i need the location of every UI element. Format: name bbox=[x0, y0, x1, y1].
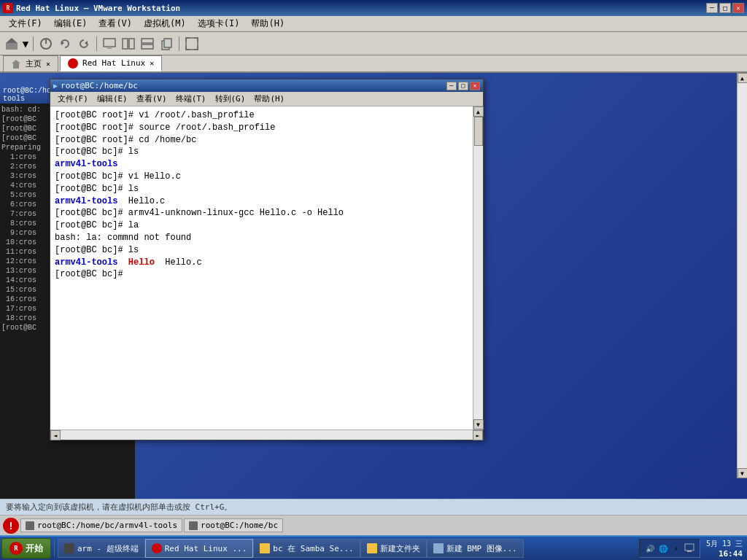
svg-rect-7 bbox=[107, 47, 112, 49]
toolbar: ▼ bbox=[0, 32, 747, 55]
hscroll-right-btn[interactable]: ► bbox=[473, 430, 483, 440]
tabs-bar: 主页 ✕ Red Hat Linux ✕ bbox=[0, 55, 747, 73]
minimize-button[interactable]: ─ bbox=[706, 3, 718, 13]
term-line-5: armv4l-tools bbox=[55, 158, 468, 171]
taskbar-item-bitmap[interactable]: 新建 BMP 图像... bbox=[427, 539, 524, 558]
taskbar-terminal-2[interactable]: root@BC:/home/bc bbox=[184, 518, 283, 532]
toolbar-refresh-btn[interactable] bbox=[75, 35, 93, 52]
terminal-content[interactable]: [root@BC root]# vi /root/.bash_profile [… bbox=[50, 106, 473, 429]
maximize-button[interactable]: □ bbox=[719, 3, 731, 13]
title-bar-buttons: ─ □ ✕ bbox=[706, 3, 744, 13]
inner-menu-view[interactable]: 查看(V) bbox=[132, 93, 171, 105]
toolbar-copy-btn[interactable] bbox=[158, 35, 175, 52]
taskbar-item-samba[interactable]: bc 在 Samba Se... bbox=[253, 539, 360, 558]
scrollbar-track bbox=[738, 83, 747, 468]
inner-title-btns: ─ □ ✕ bbox=[446, 82, 480, 90]
taskbar-item-samba-icon bbox=[260, 543, 270, 553]
vmware-window: R Red Hat Linux — VMware Workstation ─ □… bbox=[0, 0, 747, 560]
main-scrollbar[interactable]: ▲ ▼ bbox=[737, 73, 747, 478]
tab-redhat[interactable]: Red Hat Linux ✕ bbox=[60, 55, 162, 71]
toolbar-split-btn[interactable] bbox=[120, 35, 137, 52]
svg-rect-6 bbox=[104, 39, 115, 47]
taskbar-terminal-1[interactable]: root@BC:/home/bc/armv4l-tools bbox=[20, 518, 182, 532]
scroll-thumb[interactable] bbox=[474, 117, 483, 146]
start-button[interactable]: R 开始 bbox=[1, 538, 51, 559]
close-button[interactable]: ✕ bbox=[732, 3, 744, 13]
svg-rect-8 bbox=[123, 39, 128, 49]
terminal-empty-space bbox=[55, 281, 468, 427]
scrollbar-up-btn[interactable]: ▲ bbox=[738, 73, 748, 83]
svg-rect-14 bbox=[186, 38, 198, 50]
terminal-icon: ▶ bbox=[53, 82, 58, 90]
horizontal-scrollbar[interactable]: ◄ ► bbox=[50, 429, 483, 440]
toolbar-home-btn[interactable] bbox=[3, 35, 20, 52]
toolbar-layout-btn[interactable] bbox=[139, 35, 156, 52]
tray-icons: 🔊 🌐 ⚡ bbox=[639, 539, 700, 558]
terminal-icon-1 bbox=[26, 521, 34, 530]
svg-rect-9 bbox=[129, 39, 134, 49]
taskbar-item-bitmap-label: 新建 BMP 图像... bbox=[446, 543, 517, 554]
tab-home[interactable]: 主页 ✕ bbox=[3, 55, 58, 71]
inner-min-btn[interactable]: ─ bbox=[446, 82, 457, 90]
svg-rect-0 bbox=[6, 43, 18, 50]
taskbar-item-folder-label: 新建文件夹 bbox=[380, 543, 420, 554]
taskbar-item-terminal-icon bbox=[64, 543, 74, 553]
tray-icon-network: 🌐 bbox=[657, 542, 669, 554]
taskbar-terminal-2-label: root@BC:/home/bc bbox=[201, 521, 278, 530]
inner-menu-help[interactable]: 帮助(H) bbox=[249, 93, 289, 105]
start-icon-label: R bbox=[14, 545, 18, 552]
inner-terminal-titlebar: ▶ root@BC:/home/bc ─ □ ✕ bbox=[50, 79, 483, 92]
tray-icon-power: ⚡ bbox=[670, 542, 682, 554]
tray-icon-speaker: 🔊 bbox=[644, 542, 656, 554]
taskbar-item-terminal[interactable]: arm - 超级终端 bbox=[58, 539, 145, 558]
svg-rect-10 bbox=[142, 39, 153, 43]
menu-vm[interactable]: 虚拟机(M) bbox=[138, 16, 192, 31]
clock-date: 5月 13 三 bbox=[706, 539, 743, 549]
scroll-track bbox=[473, 117, 483, 419]
taskbar-item-samba-label: bc 在 Samba Se... bbox=[273, 543, 353, 554]
taskbar-terminal-list: ! root@BC:/home/bc/armv4l-tools root@BC:… bbox=[0, 515, 747, 535]
term-line-13: armv4l-tools Hello Hello.c bbox=[55, 257, 468, 269]
inner-max-btn[interactable]: □ bbox=[458, 82, 468, 90]
toolbar-display-btn[interactable] bbox=[101, 35, 118, 52]
menu-bar: 文件(F) 编辑(E) 查看(V) 虚拟机(M) 选项卡(I) 帮助(H) bbox=[0, 16, 747, 32]
toolbar-reset-btn[interactable] bbox=[56, 35, 74, 52]
window-title: Red Hat Linux — VMware Workstation bbox=[16, 4, 180, 13]
term-line-3: [root@BC root]# cd /home/bc bbox=[55, 134, 468, 147]
inner-menu-goto[interactable]: 转到(G) bbox=[211, 93, 250, 105]
taskbar-item-vmware[interactable]: Red Hat Linux ... bbox=[145, 539, 254, 558]
svg-rect-17 bbox=[687, 551, 692, 552]
toolbar-power-btn[interactable] bbox=[37, 35, 55, 52]
scroll-down-btn[interactable]: ▼ bbox=[473, 419, 484, 429]
inner-menu-file[interactable]: 文件(F) bbox=[53, 93, 93, 105]
terminal-taskbar-items: root@BC:/home/bc/armv4l-tools root@BC:/h… bbox=[20, 518, 744, 532]
term-line-4: [root@BC bc]# ls bbox=[55, 146, 468, 158]
svg-rect-16 bbox=[685, 544, 694, 551]
tab-home-close[interactable]: ✕ bbox=[46, 60, 50, 68]
vm-area[interactable]: root@BC:/home/bc/armv4l-tools ─ □ ✕ bash… bbox=[0, 73, 747, 499]
menu-edit[interactable]: 编辑(E) bbox=[48, 16, 93, 31]
taskbar-item-vmware-icon bbox=[152, 543, 162, 553]
toolbar-fullscreen-btn[interactable] bbox=[183, 35, 201, 52]
term-line-9: [root@BC bc]# armv4l-unknown-linux-gcc H… bbox=[55, 207, 468, 219]
scroll-up-btn[interactable]: ▲ bbox=[473, 106, 484, 117]
menu-view[interactable]: 查看(V) bbox=[93, 16, 138, 31]
clock-area: 5月 13 三 16:44 bbox=[703, 539, 746, 559]
menu-tabs[interactable]: 选项卡(I) bbox=[192, 16, 246, 31]
tray-icon-display bbox=[684, 542, 695, 554]
tab-redhat-close[interactable]: ✕ bbox=[150, 59, 154, 67]
clock-time: 16:44 bbox=[706, 549, 743, 559]
taskbar-item-folder[interactable]: 新建文件夹 bbox=[360, 539, 427, 558]
menu-help[interactable]: 帮助(H) bbox=[245, 16, 290, 31]
taskbar-item-terminal-label: arm - 超级终端 bbox=[77, 543, 139, 554]
inner-menu-edit[interactable]: 编辑(E) bbox=[93, 93, 132, 105]
inner-menu-terminal[interactable]: 终端(T) bbox=[171, 93, 211, 105]
hscroll-left-btn[interactable]: ◄ bbox=[50, 430, 61, 440]
toolbar-dropdown[interactable]: ▼ bbox=[22, 35, 29, 52]
terminal-scrollbar[interactable]: ▲ ▼ bbox=[473, 106, 483, 429]
taskbar-terminal-1-label: root@BC:/home/bc/armv4l-tools bbox=[37, 521, 177, 530]
scrollbar-down-btn[interactable]: ▼ bbox=[738, 468, 748, 478]
inner-close-btn[interactable]: ✕ bbox=[470, 82, 480, 90]
menu-file[interactable]: 文件(F) bbox=[3, 16, 48, 31]
inner-terminal-title: root@BC:/home/bc bbox=[61, 81, 138, 90]
